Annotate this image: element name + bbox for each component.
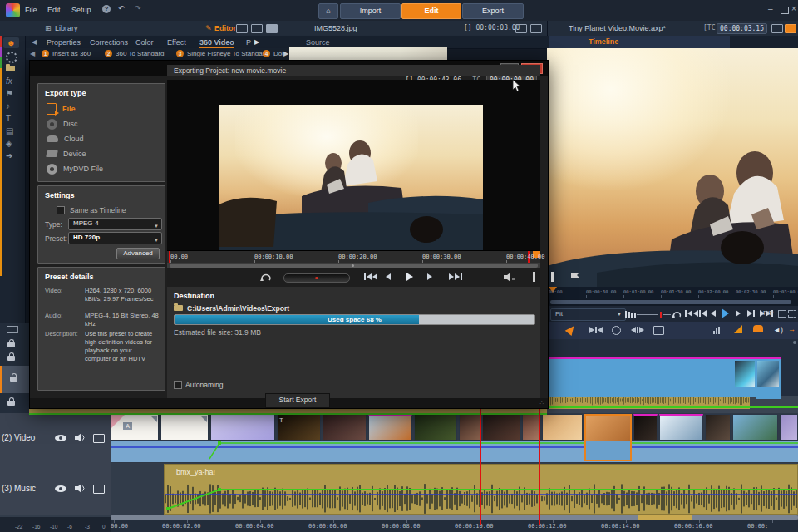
mini-video-clip[interactable] bbox=[547, 357, 756, 397]
redo-icon[interactable]: ↷ bbox=[135, 4, 141, 12]
loop-icon[interactable] bbox=[260, 273, 272, 283]
menu-setup[interactable]: Setup bbox=[71, 6, 91, 14]
import-button[interactable]: Import bbox=[340, 3, 401, 19]
split-tool-icon[interactable] bbox=[630, 327, 644, 333]
start-export-button[interactable]: Start Export bbox=[265, 393, 330, 408]
dual-monitor-icon[interactable] bbox=[266, 24, 278, 33]
tab-effect[interactable]: Effect bbox=[167, 38, 186, 47]
timeline-clip[interactable] bbox=[780, 414, 798, 441]
lock-icon[interactable] bbox=[7, 401, 15, 406]
zoom-fit-select[interactable]: Fit ▼ bbox=[550, 308, 626, 321]
timeline-clip[interactable] bbox=[522, 414, 540, 441]
tool-360-to-standard[interactable]: 360 To Standard bbox=[116, 50, 165, 57]
next-frame-button[interactable] bbox=[426, 273, 432, 280]
title-icon[interactable]: T bbox=[6, 114, 11, 123]
export-type-mydvd-file[interactable]: MyDVD File bbox=[47, 162, 103, 175]
edit-flag-icon[interactable] bbox=[569, 272, 581, 283]
timeline-clip[interactable] bbox=[482, 414, 520, 441]
copy2-icon[interactable] bbox=[530, 24, 542, 33]
timeline-clip[interactable] bbox=[323, 414, 367, 441]
export-type-disc[interactable]: Disc bbox=[47, 117, 78, 131]
marker-out-icon[interactable] bbox=[551, 272, 554, 282]
loop-button[interactable] bbox=[672, 310, 682, 319]
audio-level-icon[interactable] bbox=[713, 327, 720, 334]
tools-scroll-right-icon[interactable]: ▶ bbox=[283, 50, 288, 57]
disc-icon[interactable]: ◈ bbox=[6, 139, 12, 148]
track-header-icon[interactable] bbox=[7, 326, 18, 333]
fullscreen-icon[interactable] bbox=[788, 310, 796, 318]
timeline-clip[interactable] bbox=[160, 414, 209, 441]
track-header-music[interactable]: (3) Music bbox=[0, 463, 111, 515]
lock-icon[interactable] bbox=[7, 342, 15, 347]
timeline-scrollbar[interactable] bbox=[111, 515, 798, 520]
timeline-clip[interactable] bbox=[459, 414, 480, 441]
play-button[interactable] bbox=[722, 308, 729, 318]
prev-frame-button[interactable] bbox=[385, 273, 391, 280]
dialog-preview-ruler[interactable]: 00.0000:00:10.0000:00:20.0000:00:30.0000… bbox=[167, 250, 540, 264]
montage-icon[interactable]: ▤ bbox=[6, 126, 13, 135]
next-frame-button[interactable] bbox=[735, 310, 741, 317]
timeline-clip[interactable]: T bbox=[277, 414, 321, 441]
player-scrollbar[interactable] bbox=[547, 299, 798, 306]
export-type-file[interactable]: File bbox=[47, 102, 76, 116]
tab-source[interactable]: Source bbox=[306, 38, 330, 47]
undo-icon[interactable]: ↶ bbox=[118, 4, 125, 12]
track-mute-icon[interactable] bbox=[75, 433, 86, 442]
jog-wheel[interactable] bbox=[283, 273, 350, 283]
tab-editor[interactable]: Editor bbox=[214, 24, 236, 32]
preset-select[interactable]: HD 720p▼ bbox=[68, 232, 162, 244]
tab-library[interactable]: Library bbox=[55, 24, 78, 32]
timeline-zoom-slider[interactable] bbox=[625, 311, 671, 318]
edit-mode-button[interactable]: Edit bbox=[401, 3, 461, 19]
timeline-clip[interactable] bbox=[368, 414, 412, 441]
snapshot-icon[interactable] bbox=[653, 326, 664, 335]
same-as-timeline-checkbox[interactable] bbox=[57, 206, 65, 214]
track-mute-icon[interactable] bbox=[75, 484, 86, 493]
track-visibility-icon[interactable] bbox=[55, 435, 66, 441]
swap-preview-icon[interactable] bbox=[778, 310, 786, 318]
music-icon[interactable]: ♪ bbox=[6, 101, 10, 111]
fx-icon[interactable]: fx bbox=[6, 76, 12, 86]
minimize-icon[interactable]: – bbox=[768, 4, 773, 13]
advanced-button[interactable]: Advanced bbox=[116, 248, 160, 259]
tab-properties[interactable]: Properties bbox=[47, 38, 81, 47]
storyboard-arrow-icon[interactable]: → bbox=[788, 325, 796, 333]
help-icon[interactable]: ? bbox=[102, 5, 111, 13]
tabs-scroll-right-icon[interactable]: ▶ bbox=[254, 38, 259, 46]
marker-line[interactable] bbox=[539, 407, 540, 525]
home-button[interactable]: ⌂ bbox=[318, 3, 338, 19]
pip-button[interactable]: PiP bbox=[763, 309, 773, 317]
resize-grip[interactable]: ∴ bbox=[540, 400, 544, 406]
export-type-device[interactable]: Device bbox=[47, 147, 86, 160]
flag-icon[interactable]: ⚑ bbox=[6, 89, 13, 98]
type-select[interactable]: MPEG-4▼ bbox=[68, 218, 162, 230]
tools-scroll-left-icon[interactable]: ◀ bbox=[30, 50, 35, 57]
prev-clip-button[interactable] bbox=[698, 310, 707, 317]
track-monitor-icon[interactable] bbox=[93, 434, 105, 443]
tool-insert-as-360[interactable]: Insert as 360 bbox=[52, 50, 91, 57]
menu-file[interactable]: File bbox=[25, 6, 37, 14]
track-header-video[interactable]: (2) Video bbox=[0, 413, 111, 464]
close-icon[interactable]: × bbox=[791, 4, 796, 13]
jump-start-button[interactable] bbox=[363, 273, 377, 280]
prev-frame-button[interactable] bbox=[710, 310, 716, 317]
player-timecode[interactable]: 00:00:03.15 bbox=[717, 23, 767, 34]
select-tool-icon[interactable] bbox=[565, 323, 578, 336]
mini-clip-thumb[interactable] bbox=[735, 361, 755, 387]
copy-icon[interactable] bbox=[251, 24, 263, 33]
player-ruler[interactable]: 00:0000:00:30.0000:01:00.0000:01:30.0000… bbox=[547, 287, 798, 300]
timeline-ruler[interactable]: 00.0000:00:02.0000:00:04.0000:00:06.0000… bbox=[111, 520, 798, 532]
timeline-clip[interactable] bbox=[542, 414, 583, 441]
volume-icon[interactable] bbox=[504, 273, 516, 282]
track-visibility-icon[interactable] bbox=[55, 485, 66, 492]
lock-icon[interactable] bbox=[7, 356, 15, 361]
autonaming-checkbox[interactable] bbox=[174, 381, 182, 389]
export-type-cloud[interactable]: Cloud bbox=[47, 132, 84, 145]
mask-icon[interactable]: ☻ bbox=[3, 37, 19, 48]
timeline-clip-selected[interactable] bbox=[584, 414, 632, 461]
jump-end-button[interactable] bbox=[448, 273, 462, 280]
keyframe-icon[interactable] bbox=[734, 325, 742, 333]
jump-start-button[interactable] bbox=[684, 310, 698, 317]
next-clip-button[interactable] bbox=[746, 310, 755, 317]
arrow-icon[interactable]: ➔ bbox=[6, 151, 12, 160]
